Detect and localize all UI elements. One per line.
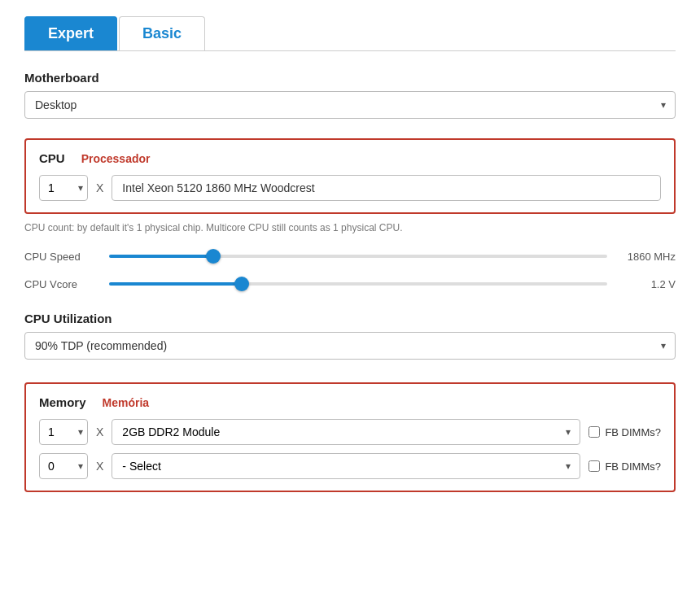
cpu-label: CPU <box>39 151 65 165</box>
cpu-speed-label: CPU Speed <box>24 251 98 263</box>
cpu-header: CPU Processador <box>39 151 661 165</box>
cpu-annotation: Processador <box>81 152 151 165</box>
memory-annotation: Memória <box>103 396 150 409</box>
cpu-speed-slider-container <box>109 248 607 264</box>
cpu-x-label: X <box>96 181 103 194</box>
motherboard-section: Motherboard Desktop Server Laptop ▾ <box>24 71 676 119</box>
fb-dimm-text-2: FB DIMMs? <box>605 460 661 473</box>
motherboard-select[interactable]: Desktop Server Laptop <box>24 91 676 119</box>
motherboard-select-wrapper: Desktop Server Laptop ▾ <box>24 91 676 119</box>
cpu-vcore-value: 1.2 V <box>619 278 676 290</box>
utilization-section: CPU Utilization 100% TDP 90% TDP (recomm… <box>24 312 676 360</box>
fb-dimm-label-1[interactable]: FB DIMMs? <box>588 426 661 438</box>
tab-basic-label: Basic <box>142 25 182 41</box>
memory-count-wrapper-1: 0 1 2 4 8 ▾ <box>39 419 88 445</box>
motherboard-label: Motherboard <box>24 71 676 85</box>
fb-dimm-text-1: FB DIMMs? <box>605 426 661 438</box>
fb-dimm-label-2[interactable]: FB DIMMs? <box>588 460 661 473</box>
memory-module-wrapper-2: - Select 2GB DDR2 Module 4GB DDR2 Module… <box>112 453 580 479</box>
utilization-select[interactable]: 100% TDP 90% TDP (recommended) 80% TDP 7… <box>24 332 676 360</box>
memory-count-select-2[interactable]: 0 1 2 4 8 <box>39 453 88 479</box>
cpu-model-input[interactable] <box>112 175 661 201</box>
utilization-label: CPU Utilization <box>24 312 676 325</box>
memory-module-select-1[interactable]: - Select 2GB DDR2 Module 4GB DDR2 Module… <box>112 419 580 445</box>
cpu-vcore-label: CPU Vcore <box>24 278 98 290</box>
slider-section: CPU Speed 1860 MHz CPU Vcore 1.2 V <box>24 248 676 292</box>
memory-row-1: 0 1 2 4 8 ▾ X - Select 2GB DDR2 Module 4… <box>39 419 661 445</box>
cpu-count-wrapper: 1 2 4 8 ▾ <box>39 175 88 201</box>
cpu-vcore-row: CPU Vcore 1.2 V <box>24 276 676 292</box>
memory-header: Memory Memória <box>39 395 661 409</box>
tab-expert-label: Expert <box>48 25 94 41</box>
memory-section: Memory Memória 0 1 2 4 8 ▾ X - Select 2G… <box>24 382 676 492</box>
fb-dimm-checkbox-2[interactable] <box>588 460 600 472</box>
memory-module-wrapper-1: - Select 2GB DDR2 Module 4GB DDR2 Module… <box>112 419 580 445</box>
cpu-section: CPU Processador 1 2 4 8 ▾ X <box>24 138 676 214</box>
cpu-hint: CPU count: by default it's 1 physical ch… <box>24 222 676 233</box>
memory-count-select-1[interactable]: 0 1 2 4 8 <box>39 419 88 445</box>
cpu-row: 1 2 4 8 ▾ X <box>39 175 661 201</box>
cpu-speed-row: CPU Speed 1860 MHz <box>24 248 676 264</box>
cpu-count-select[interactable]: 1 2 4 8 <box>39 175 88 201</box>
utilization-select-wrapper: 100% TDP 90% TDP (recommended) 80% TDP 7… <box>24 332 676 360</box>
fb-dimm-checkbox-1[interactable] <box>588 426 600 438</box>
tab-basic[interactable]: Basic <box>119 16 205 50</box>
tabs-row: Expert Basic <box>24 16 676 51</box>
tab-expert[interactable]: Expert <box>24 16 117 50</box>
memory-row-2: 0 1 2 4 8 ▾ X - Select 2GB DDR2 Module 4… <box>39 453 661 479</box>
cpu-vcore-slider[interactable] <box>109 282 607 286</box>
cpu-speed-slider[interactable] <box>109 255 607 258</box>
memory-count-wrapper-2: 0 1 2 4 8 ▾ <box>39 453 88 479</box>
memory-module-select-2[interactable]: - Select 2GB DDR2 Module 4GB DDR2 Module… <box>112 453 580 479</box>
memory-x-label-1: X <box>96 425 103 438</box>
memory-label: Memory <box>39 395 86 409</box>
cpu-speed-value: 1860 MHz <box>619 251 676 263</box>
cpu-vcore-slider-container <box>109 276 607 292</box>
memory-x-label-2: X <box>96 460 103 473</box>
